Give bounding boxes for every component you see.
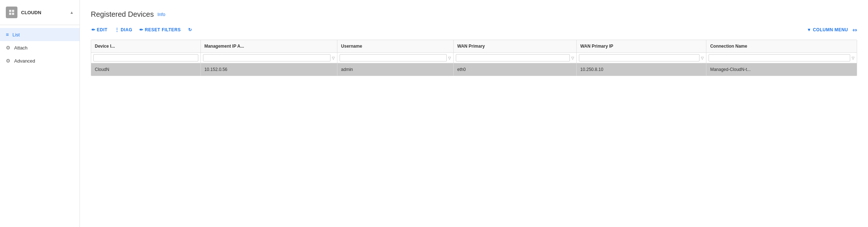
refresh-button[interactable]: ↻ — [187, 26, 193, 34]
attach-icon: ⚙ — [6, 45, 11, 51]
filter-connection-name-icon: ▽ — [852, 56, 855, 60]
filter-mgmt-ip: ▽ — [200, 53, 337, 63]
diag-icon: ⋮ — [115, 27, 119, 32]
diag-button[interactable]: ⋮ DIAG — [114, 26, 133, 34]
app-logo — [6, 7, 17, 18]
cell-device: CloudN — [91, 63, 200, 76]
reset-filters-icon: ✏ — [139, 27, 143, 32]
filter-mgmt-ip-icon: ▽ — [332, 56, 335, 60]
info-link[interactable]: Info — [157, 12, 165, 17]
cell-username: admin — [337, 63, 454, 76]
sidebar-header: CLOUDN ▲ — [0, 0, 80, 25]
page-title: Registered Devices — [91, 10, 154, 19]
sidebar-item-advanced[interactable]: ⚙ Advanced — [0, 54, 80, 67]
main-panel: Registered Devices Info ✏ EDIT ⋮ DIAG ✏ … — [80, 0, 868, 227]
filter-username-icon: ▽ — [448, 56, 451, 60]
sidebar-item-list-label: List — [12, 32, 20, 37]
advanced-icon: ⚙ — [6, 58, 11, 64]
col-username: Username — [337, 40, 454, 53]
filter-row: ▽ ▽ ▽ — [91, 53, 857, 63]
filter-wan-primary-ip: ▽ — [576, 53, 706, 63]
refresh-icon: ↻ — [188, 27, 192, 32]
sidebar-title: CLOUDN — [21, 10, 66, 15]
filter-wan-primary-icon: ▽ — [571, 56, 574, 60]
filter-username-input[interactable] — [340, 54, 447, 61]
toolbar-right: ▼ COLUMN MENU ⇔ — [807, 27, 857, 33]
filter-wan-primary-input[interactable] — [456, 54, 570, 61]
table-header-row: Device I... Management IP A... Username … — [91, 40, 857, 53]
filter-wan-primary-ip-input[interactable] — [579, 54, 700, 61]
collapse-icon[interactable]: ▲ — [70, 10, 74, 15]
svg-rect-0 — [9, 10, 11, 12]
filter-connection-name: ▽ — [706, 53, 857, 63]
table-row[interactable]: CloudN 10.152.0.56 admin eth0 10.250.8.1 — [91, 63, 857, 76]
diag-label: DIAG — [121, 27, 132, 32]
filter-device — [91, 53, 200, 63]
filter-wan-primary: ▽ — [454, 53, 577, 63]
edit-label: EDIT — [97, 27, 108, 32]
cell-connection-name: Managed-CloudN-t... — [706, 63, 857, 76]
reset-filters-label: RESET FILTERS — [145, 27, 181, 32]
table-wrapper: Device I... Management IP A... Username … — [91, 40, 857, 76]
sidebar-item-attach-label: Attach — [14, 45, 28, 51]
filter-username: ▽ — [337, 53, 454, 63]
reset-filters-button[interactable]: ✏ RESET FILTERS — [139, 26, 181, 34]
cell-wan-primary-ip: 10.250.8.10 — [576, 63, 706, 76]
svg-rect-1 — [12, 10, 14, 12]
filter-wan-primary-ip-icon: ▽ — [701, 56, 704, 60]
col-connection-name: Connection Name — [706, 40, 857, 53]
col-wan-primary: WAN Primary — [454, 40, 577, 53]
column-menu-button[interactable]: ▼ COLUMN MENU — [807, 27, 848, 32]
sidebar: CLOUDN ▲ ≡ List ⚙ Attach ⚙ Advanced — [0, 0, 80, 227]
filter-mgmt-ip-input[interactable] — [203, 54, 330, 61]
list-icon: ≡ — [6, 32, 9, 37]
col-wan-primary-ip: WAN Primary IP — [576, 40, 706, 53]
cell-mgmt-ip: 10.152.0.56 — [200, 63, 337, 76]
edit-icon: ✏ — [92, 27, 96, 32]
sidebar-item-advanced-label: Advanced — [14, 58, 35, 64]
devices-table: Device I... Management IP A... Username … — [91, 40, 857, 76]
filter-icon: ▼ — [807, 27, 811, 32]
col-mgmt-ip: Management IP A... — [200, 40, 337, 53]
sidebar-nav: ≡ List ⚙ Attach ⚙ Advanced — [0, 25, 80, 70]
toolbar: ✏ EDIT ⋮ DIAG ✏ RESET FILTERS ↻ ▼ COLUMN… — [91, 26, 857, 34]
column-menu-label: COLUMN MENU — [813, 27, 848, 32]
col-device: Device I... — [91, 40, 200, 53]
cell-wan-primary: eth0 — [454, 63, 577, 76]
page-header: Registered Devices Info — [91, 10, 857, 19]
edit-button[interactable]: ✏ EDIT — [91, 26, 108, 34]
filter-device-input[interactable] — [93, 54, 198, 61]
main-content: Registered Devices Info ✏ EDIT ⋮ DIAG ✏ … — [80, 0, 868, 227]
svg-rect-3 — [12, 13, 14, 15]
filter-connection-name-input[interactable] — [709, 54, 850, 61]
column-adjust-icon[interactable]: ⇔ — [852, 27, 857, 33]
sidebar-item-list[interactable]: ≡ List — [0, 28, 80, 41]
svg-rect-2 — [9, 13, 11, 15]
sidebar-item-attach[interactable]: ⚙ Attach — [0, 41, 80, 54]
